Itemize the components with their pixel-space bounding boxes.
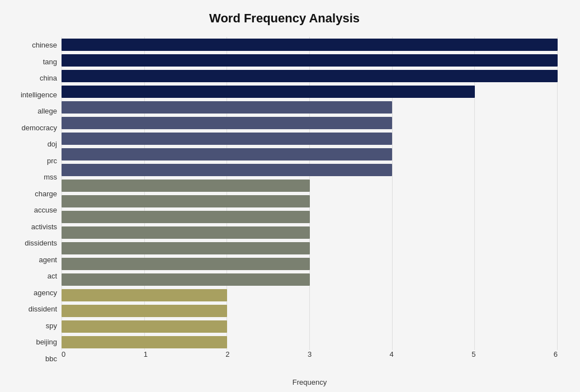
bar <box>62 226 310 239</box>
bar <box>62 164 392 176</box>
x-tick-label: 4 <box>390 350 394 358</box>
y-label: tang <box>11 58 57 65</box>
bar <box>62 86 475 98</box>
y-label: chinese <box>11 41 57 49</box>
bar-row <box>62 178 558 193</box>
bar <box>62 133 392 145</box>
bar-row <box>62 303 558 319</box>
x-tick-label: 6 <box>554 350 558 358</box>
y-label: prc <box>11 157 57 164</box>
y-label: bbc <box>11 355 57 362</box>
y-label: dissidents <box>11 239 57 247</box>
bars-wrapper <box>62 37 558 350</box>
y-label: agency <box>11 289 57 296</box>
x-tick-label: 1 <box>144 350 148 358</box>
y-axis-labels: chinesetangchinaintelligenceallegedemocr… <box>11 37 62 367</box>
bar <box>62 39 558 51</box>
bar-row <box>62 240 558 256</box>
bar <box>62 320 227 333</box>
y-label: mss <box>11 173 57 181</box>
bar-row <box>62 193 558 209</box>
bar <box>62 211 310 223</box>
bar <box>62 273 310 286</box>
y-label: allege <box>11 107 57 115</box>
chart-area: chinesetangchinaintelligenceallegedemocr… <box>11 37 558 367</box>
bar <box>62 258 310 270</box>
bar <box>62 305 227 317</box>
bar-row <box>62 100 558 115</box>
chart-container: Word Frequency Analysis chinesetangchina… <box>0 0 580 392</box>
bar-row <box>62 131 558 147</box>
bar-row <box>62 68 558 84</box>
x-tick-label: 2 <box>225 350 229 358</box>
y-label: china <box>11 74 57 82</box>
bar <box>62 101 392 114</box>
bar-row <box>62 334 558 350</box>
bars-and-grid: 0123456 Frequency <box>62 37 558 367</box>
bar-row <box>62 147 558 162</box>
x-axis-title: Frequency <box>62 378 558 386</box>
bar-row <box>62 84 558 100</box>
bar-row <box>62 209 558 225</box>
bar <box>62 54 558 67</box>
bar-row <box>62 115 558 131</box>
x-tick-label: 0 <box>62 350 65 358</box>
bar <box>62 117 392 129</box>
y-label: act <box>11 272 57 280</box>
bar-row <box>62 256 558 272</box>
x-tick-label: 5 <box>471 350 475 358</box>
bar <box>62 180 310 192</box>
bar-row <box>62 225 558 240</box>
y-label: doj <box>11 140 57 148</box>
bar <box>62 336 227 348</box>
bar-row <box>62 162 558 178</box>
bar-row <box>62 287 558 303</box>
y-label: democracy <box>11 124 57 131</box>
y-label: activists <box>11 223 57 230</box>
bar <box>62 70 558 82</box>
bar-row <box>62 53 558 68</box>
y-label: spy <box>11 322 57 329</box>
bar-row <box>62 37 558 53</box>
y-label: intelligence <box>11 91 57 98</box>
bar-row <box>62 319 558 334</box>
bar <box>62 148 392 160</box>
bar <box>62 289 227 301</box>
y-label: accuse <box>11 206 57 214</box>
chart-title: Word Frequency Analysis <box>11 11 558 26</box>
x-tick-label: 3 <box>308 350 312 358</box>
y-label: charge <box>11 190 57 197</box>
y-label: agent <box>11 256 57 263</box>
y-label: dissident <box>11 305 57 313</box>
bar <box>62 242 310 254</box>
bar-row <box>62 272 558 287</box>
x-axis-labels: 0123456 <box>62 350 558 367</box>
bar <box>62 195 310 207</box>
y-label: beijing <box>11 338 57 346</box>
